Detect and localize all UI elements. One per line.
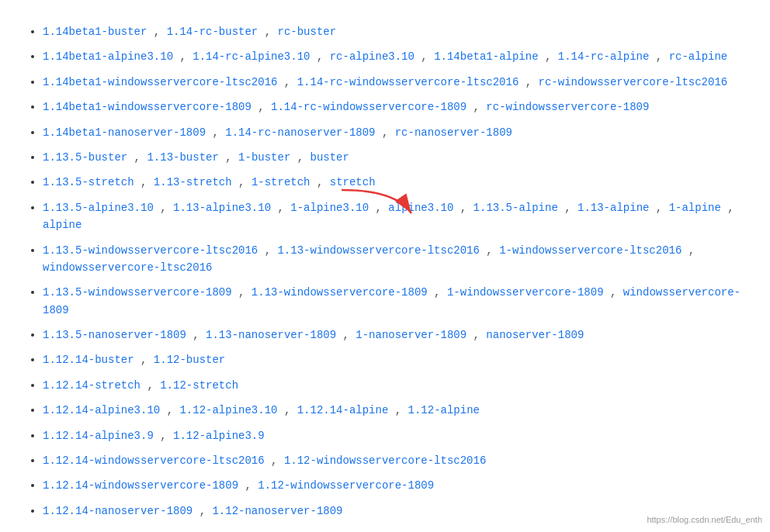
tag-link[interactable]: 1.13-windowsservercore-ltsc2016 — [277, 244, 479, 257]
tag-separator: , — [310, 50, 329, 63]
tag-link[interactable]: alpine — [43, 219, 82, 231]
tag-link[interactable]: 1.13.5-alpine — [473, 202, 558, 214]
tag-link[interactable]: 1-windowsservercore-1809 — [447, 286, 604, 299]
tag-link[interactable]: 1.14beta1-alpine3.10 — [43, 50, 173, 63]
list-item: 1.13.5-nanoserver-1809 , 1.13-nanoserver… — [43, 326, 747, 344]
tag-link[interactable]: 1.14beta1-windowsservercore-1809 — [43, 101, 251, 113]
list-item: 1.13.5-windowsservercore-1809 , 1.13-win… — [43, 284, 747, 319]
list-item: 1.12.14-windowsservercore-ltsc2016 , 1.1… — [43, 452, 747, 469]
tag-separator: , — [721, 202, 734, 214]
tag-link[interactable]: 1.12.14-alpine — [297, 404, 389, 416]
tag-link[interactable]: 1.12.14-buster — [43, 354, 134, 366]
tag-link[interactable]: 1.14-rc-alpine — [558, 50, 650, 63]
tag-link[interactable]: 1.13-alpine3.10 — [173, 202, 271, 214]
tag-link[interactable]: 1-alpine3.10 — [290, 202, 369, 214]
tag-link[interactable]: rc-windowsservercore-ltsc2016 — [539, 76, 728, 88]
tag-link[interactable]: 1.14beta1-alpine — [434, 50, 538, 63]
tag-link[interactable]: 1.13.5-windowsservercore-ltsc2016 — [43, 244, 258, 257]
tag-link[interactable]: 1.12.14-stretch — [43, 379, 140, 392]
tag-separator: , — [154, 430, 173, 442]
tag-separator: , — [173, 50, 192, 63]
tag-separator: , — [310, 176, 330, 188]
list-item: 1.13.5-windowsservercore-ltsc2016 , 1.13… — [43, 242, 747, 277]
tag-link[interactable]: stretch — [330, 176, 376, 188]
tag-link[interactable]: 1.12-alpine3.9 — [173, 430, 265, 442]
tag-link[interactable]: 1.14-rc-nanoserver-1809 — [225, 126, 375, 139]
tag-separator: , — [127, 151, 147, 164]
tag-link[interactable]: 1.13-stretch — [154, 176, 232, 188]
tag-link[interactable]: 1.12-nanoserver-1809 — [212, 505, 342, 517]
tag-link[interactable]: 1.12.14-windowsservercore-1809 — [43, 479, 238, 492]
tag-link[interactable]: 1-stretch — [251, 176, 310, 188]
tag-link[interactable]: 1.13-alpine — [578, 202, 649, 214]
tag-link[interactable]: 1.13-windowsservercore-1809 — [251, 286, 428, 299]
tag-link[interactable]: 1.13-buster — [147, 151, 218, 164]
tag-link[interactable]: windowsservercore-ltsc2016 — [43, 261, 212, 274]
tag-link[interactable]: 1.13-nanoserver-1809 — [206, 329, 336, 341]
tag-link[interactable]: 1.12-windowsservercore-ltsc2016 — [284, 454, 486, 467]
tag-link[interactable]: 1.13.5-buster — [43, 151, 127, 164]
list-item: 1.13.5-alpine3.10 , 1.13-alpine3.10 , 1-… — [43, 199, 747, 234]
tag-separator: , — [232, 176, 251, 188]
tag-link[interactable]: 1.13.5-windowsservercore-1809 — [43, 286, 232, 299]
list-item: 1.12.14-alpine3.10 , 1.12-alpine3.10 , 1… — [43, 402, 747, 419]
tag-separator: , — [140, 379, 160, 392]
tag-link[interactable]: 1.14beta1-buster — [43, 26, 147, 38]
tag-link[interactable]: 1.13.5-nanoserver-1809 — [43, 329, 186, 341]
tag-separator: , — [251, 101, 271, 113]
tag-separator: , — [265, 454, 284, 467]
tag-link[interactable]: 1.12-windowsservercore-1809 — [258, 479, 434, 492]
tag-separator: , — [453, 202, 473, 214]
tag-separator: , — [428, 286, 447, 299]
tag-link[interactable]: 1.12.14-windowsservercore-ltsc2016 — [43, 454, 265, 467]
tag-link[interactable]: 1.12-alpine3.10 — [179, 404, 277, 416]
tag-separator: , — [682, 244, 695, 257]
tag-list: 1.14beta1-buster , 1.14-rc-buster , rc-b… — [23, 23, 747, 520]
tag-separator: , — [369, 202, 388, 214]
tag-link[interactable]: rc-windowsservercore-1809 — [486, 101, 649, 113]
tag-separator: , — [376, 126, 395, 139]
tag-separator: , — [558, 202, 578, 214]
tag-link[interactable]: 1.12-stretch — [160, 379, 238, 392]
tag-link[interactable]: 1-windowsservercore-ltsc2016 — [499, 244, 682, 257]
tag-separator: , — [290, 151, 310, 164]
tag-link[interactable]: rc-nanoserver-1809 — [395, 126, 512, 139]
tag-link[interactable]: 1.14-rc-windowsservercore-ltsc2016 — [297, 76, 519, 88]
tag-link[interactable]: 1.14beta1-windowsservercore-ltsc2016 — [43, 76, 277, 88]
list-item: 1.12.14-buster , 1.12-buster — [43, 351, 747, 368]
list-item: 1.14beta1-alpine3.10 , 1.14-rc-alpine3.1… — [43, 48, 747, 65]
tag-separator: , — [277, 76, 297, 88]
tag-link[interactable]: nanoserver-1809 — [486, 329, 584, 341]
tag-link[interactable]: 1.14-rc-windowsservercore-1809 — [271, 101, 467, 113]
tag-link[interactable]: alpine3.10 — [388, 202, 453, 214]
tag-link[interactable]: 1-nanoserver-1809 — [356, 329, 467, 341]
tag-link[interactable]: rc-alpine3.10 — [330, 50, 414, 63]
tag-separator: , — [219, 151, 238, 164]
tag-link[interactable]: 1.13.5-alpine3.10 — [43, 202, 154, 214]
tag-link[interactable]: 1.14beta1-nanoserver-1809 — [43, 126, 206, 139]
tag-link[interactable]: 1.12-alpine — [408, 404, 480, 416]
list-item: 1.13.5-stretch , 1.13-stretch , 1-stretc… — [43, 174, 747, 191]
tag-link[interactable]: 1.14-rc-buster — [167, 26, 258, 38]
list-item: 1.14beta1-windowsservercore-ltsc2016 , 1… — [43, 74, 747, 91]
tag-separator: , — [414, 50, 434, 63]
tag-link[interactable]: rc-alpine — [669, 50, 728, 63]
tag-link[interactable]: 1.14-rc-alpine3.10 — [192, 50, 310, 63]
tag-link[interactable]: 1.12.14-alpine3.9 — [43, 430, 154, 442]
tag-separator: , — [238, 479, 258, 492]
tag-separator: , — [134, 176, 154, 188]
tag-link[interactable]: 1.12-buster — [154, 354, 225, 366]
tag-link[interactable]: rc-buster — [277, 26, 336, 38]
tag-link[interactable]: buster — [310, 151, 349, 164]
tag-link[interactable]: 1-buster — [238, 151, 290, 164]
tag-separator: , — [467, 101, 486, 113]
tag-separator: , — [604, 286, 623, 299]
tag-separator: , — [649, 202, 668, 214]
list-item: 1.13.5-buster , 1.13-buster , 1-buster ,… — [43, 149, 747, 166]
tag-link[interactable]: 1-alpine — [669, 202, 721, 214]
list-item: 1.12.14-windowsservercore-1809 , 1.12-wi… — [43, 477, 747, 494]
tag-link[interactable]: 1.13.5-stretch — [43, 176, 134, 188]
list-item: 1.12.14-alpine3.9 , 1.12-alpine3.9 — [43, 427, 747, 444]
tag-link[interactable]: 1.12.14-alpine3.10 — [43, 404, 160, 416]
tag-link[interactable]: 1.12.14-nanoserver-1809 — [43, 505, 192, 517]
